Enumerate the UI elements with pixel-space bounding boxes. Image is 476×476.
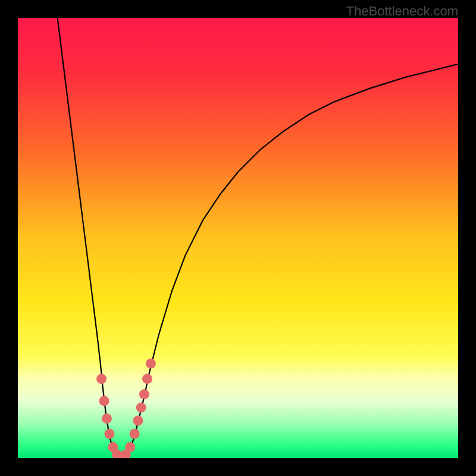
data-marker — [146, 358, 156, 368]
data-marker — [133, 416, 143, 426]
chart-frame: TheBottleneck.com — [0, 0, 476, 476]
watermark-text: TheBottleneck.com — [346, 4, 458, 19]
data-marker — [104, 429, 114, 439]
plot-area — [18, 18, 458, 458]
data-marker — [139, 389, 149, 399]
bottleneck-curve — [58, 18, 458, 458]
data-marker — [130, 429, 140, 439]
data-marker — [136, 402, 146, 412]
data-marker — [125, 442, 135, 452]
data-marker — [102, 414, 112, 424]
data-marker — [96, 374, 107, 384]
data-marker — [99, 396, 109, 406]
curve-svg — [18, 18, 458, 458]
data-marker — [142, 374, 152, 384]
